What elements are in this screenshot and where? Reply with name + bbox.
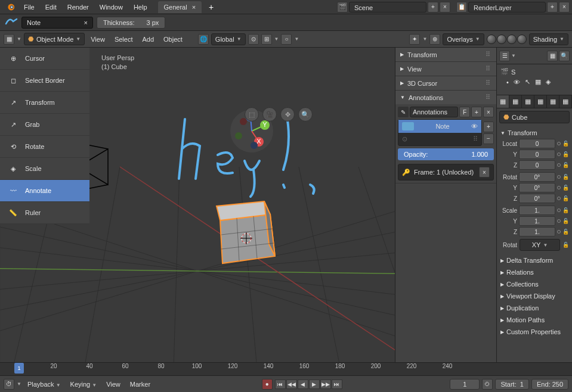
menu-help[interactable]: Help [129,1,152,13]
playhead[interactable]: 1 [14,363,24,374]
menu-file[interactable]: File [19,1,39,13]
editor-type-button[interactable]: ▦ [4,34,14,45]
pan-view-button[interactable]: ✥ [280,107,295,122]
auto-keyframe-button[interactable]: ● [262,379,273,390]
renderlayer-browse-icon[interactable]: 📋 [456,2,467,13]
overlay-toggle[interactable]: ⊕ [429,34,440,45]
shading-dropdown[interactable]: Shading▼ [529,33,568,45]
duplication-header[interactable]: ▶Duplication [499,302,570,314]
preview-range-button[interactable]: ⏲ [482,379,493,390]
annotation-datablock-field[interactable]: Annotations [410,107,458,117]
props-tab-object[interactable]: ▦ [497,95,509,108]
restrict-hold-icon[interactable]: ◈ [546,78,551,86]
play-reverse-button[interactable]: ◀ [298,379,308,389]
rotation-z-field[interactable]: 0° [519,194,555,203]
add-menu[interactable]: Add [138,34,157,45]
clear-icon[interactable]: × [84,19,88,26]
tool-rotate[interactable]: ⟲Rotate [0,136,89,158]
scene-delete-button[interactable]: × [440,2,450,13]
annotation-data-icon[interactable]: ✎ [398,107,409,117]
snap-button[interactable]: ⊞ [261,34,272,45]
orientation-dropdown[interactable]: Global▼ [211,33,246,45]
renderlayer-field[interactable]: RenderLayer [468,2,546,13]
jump-end-button[interactable]: ⏭ [332,379,342,389]
custom-properties-header[interactable]: ▶Custom Properties [499,326,570,338]
scene-name-field[interactable]: Scene [349,2,426,13]
select-menu[interactable]: Select [111,34,137,45]
annotation-layer-field[interactable]: Note × [21,17,93,29]
collections-header[interactable]: ▶Collections [499,278,570,290]
outliner[interactable]: 🎬 S • 👁 ↖ ▦ ◈ [497,64,572,95]
scale-z-field[interactable]: 1. [519,227,555,237]
annotation-layer-row[interactable]: Note 👁 [398,120,481,133]
restrict-select-icon[interactable]: ↖ [525,78,530,86]
restrict-view-icon[interactable]: 👁 [514,79,520,86]
location-x-field[interactable]: 0 [519,139,555,148]
orientation-icon[interactable]: 🌐 [198,34,209,45]
tool-grab[interactable]: ↗Grab [0,114,89,136]
props-tab-3[interactable]: ▦ [522,95,534,108]
mode-dropdown[interactable]: ⬣ Object Mode ▼ [24,33,85,45]
keyframe-dot[interactable] [557,142,561,145]
annotation-unlink-button[interactable]: × [483,107,494,117]
props-tab-2[interactable]: ▦ [509,95,522,108]
rotation-mode-dropdown[interactable]: XY▼ [520,239,560,251]
renderlayer-delete-button[interactable]: × [559,2,570,13]
play-button[interactable]: ▶ [309,379,320,389]
menu-window[interactable]: Window [95,1,128,13]
tool-scale[interactable]: ◈Scale [0,158,89,180]
next-keyframe-button[interactable]: ▶▶ [320,379,331,389]
object-menu[interactable]: Object [160,34,186,45]
view-cube-button[interactable]: ⬚ [245,107,259,122]
thickness-field[interactable]: Thickness: 3 px [97,17,165,29]
camera-view-button[interactable]: 🎥 [262,107,277,122]
timeline-view-menu[interactable]: View [103,379,124,390]
lookdev-shading-button[interactable] [507,35,517,44]
outliner-search-icon[interactable]: 🔍 [559,51,570,61]
gizmo-toggle[interactable]: ✦ [409,34,420,45]
rendered-shading-button[interactable] [517,35,527,44]
start-frame-field[interactable]: Start: 1 [495,379,529,390]
outliner-filter-icon[interactable]: ▦ [547,51,558,61]
opacity-slider[interactable]: Opacity: 1.000 [398,148,494,160]
proportional-button[interactable]: ○ [281,34,292,45]
object-name-field[interactable]: ⬣ Cube [499,111,570,123]
end-frame-field[interactable]: End: 250 [531,379,568,390]
restrict-dot-icon[interactable]: • [506,79,509,86]
tool-ruler[interactable]: 📏Ruler [0,202,89,224]
workspace-tab-general[interactable]: General × [158,1,202,13]
n-panel-annotations-header[interactable]: ▼Annotations⠿ [395,91,496,104]
motion-paths-header[interactable]: ▶Motion Paths [499,314,570,326]
tool-cursor[interactable]: ⊕Cursor [0,48,89,70]
props-tab-4[interactable]: ▦ [534,95,547,108]
frame-delete-button[interactable]: × [479,167,490,178]
scale-x-field[interactable]: 1. [519,206,555,215]
scene-browse-icon[interactable]: 🎬 [337,2,348,13]
layer-remove-button[interactable]: − [483,133,494,144]
menu-render[interactable]: Render [63,1,94,13]
marker-menu[interactable]: Marker [126,379,154,390]
n-panel-cursor-header[interactable]: ▶3D Cursor⠿ [395,76,496,90]
timeline-ruler[interactable]: 1 20 40 60 80 100 120 140 160 180 200 22… [0,363,572,376]
transform-section-header[interactable]: ▼Transform [499,127,570,139]
layer-color-swatch[interactable] [402,122,414,130]
props-tab-6[interactable]: ▦ [559,95,572,108]
layer-add-button[interactable]: + [483,122,494,132]
wireframe-shading-button[interactable] [487,35,496,44]
layer-grip[interactable]: ⊙ ⠿ [398,133,481,145]
scale-y-field[interactable]: 1. [519,216,555,226]
relations-header[interactable]: ▶Relations [499,266,570,278]
n-panel-view-header[interactable]: ▶View⠿ [395,62,496,76]
lock-icon[interactable]: 🔓 [562,141,570,147]
close-icon[interactable]: × [192,4,196,11]
outliner-editor-icon[interactable]: ☰ [499,51,510,61]
prev-keyframe-button[interactable]: ◀◀ [286,379,297,389]
timeline-editor-icon[interactable]: ⏱ [4,379,14,390]
menu-edit[interactable]: Edit [41,1,61,13]
location-z-field[interactable]: 0 [519,160,555,170]
keyframe-icon[interactable]: 🔑 [402,169,410,176]
restrict-render-icon[interactable]: ▦ [535,78,541,86]
scene-add-button[interactable]: + [428,2,438,13]
zoom-view-button[interactable]: 🔍 [298,107,313,122]
props-tab-5[interactable]: ▦ [547,95,559,108]
